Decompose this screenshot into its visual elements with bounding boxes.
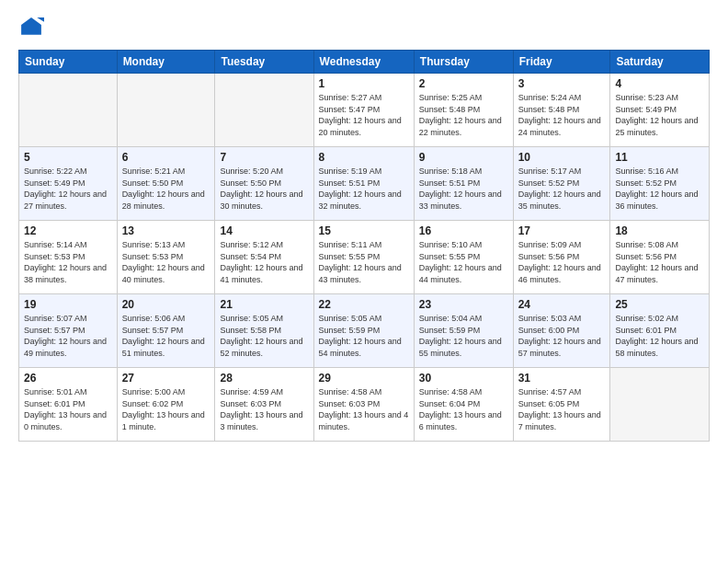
calendar-cell: 30Sunrise: 4:58 AM Sunset: 6:04 PM Dayli… bbox=[414, 368, 513, 442]
calendar-cell: 17Sunrise: 5:09 AM Sunset: 5:56 PM Dayli… bbox=[513, 221, 610, 294]
day-number: 22 bbox=[319, 298, 409, 311]
header bbox=[18, 15, 710, 40]
day-info: Sunrise: 5:14 AM Sunset: 5:53 PM Dayligh… bbox=[24, 239, 112, 285]
day-info: Sunrise: 5:05 AM Sunset: 5:58 PM Dayligh… bbox=[220, 313, 308, 359]
calendar-cell: 31Sunrise: 4:57 AM Sunset: 6:05 PM Dayli… bbox=[513, 368, 610, 442]
day-info: Sunrise: 5:23 AM Sunset: 5:49 PM Dayligh… bbox=[615, 92, 704, 138]
day-number: 6 bbox=[122, 151, 210, 164]
calendar-cell: 25Sunrise: 5:02 AM Sunset: 6:01 PM Dayli… bbox=[610, 294, 710, 368]
day-info: Sunrise: 5:19 AM Sunset: 5:51 PM Dayligh… bbox=[319, 166, 409, 212]
day-number: 18 bbox=[615, 224, 704, 237]
calendar-cell: 26Sunrise: 5:01 AM Sunset: 6:01 PM Dayli… bbox=[19, 368, 118, 442]
calendar-header-row: SundayMondayTuesdayWednesdayThursdayFrid… bbox=[19, 51, 710, 74]
day-info: Sunrise: 4:58 AM Sunset: 6:03 PM Dayligh… bbox=[319, 386, 409, 432]
day-header-thursday: Thursday bbox=[414, 51, 513, 74]
day-info: Sunrise: 5:16 AM Sunset: 5:52 PM Dayligh… bbox=[615, 166, 704, 212]
calendar-cell: 22Sunrise: 5:05 AM Sunset: 5:59 PM Dayli… bbox=[313, 294, 414, 368]
calendar-cell: 14Sunrise: 5:12 AM Sunset: 5:54 PM Dayli… bbox=[215, 221, 313, 294]
calendar-cell: 13Sunrise: 5:13 AM Sunset: 5:53 PM Dayli… bbox=[117, 221, 215, 294]
calendar-cell: 27Sunrise: 5:00 AM Sunset: 6:02 PM Dayli… bbox=[117, 368, 215, 442]
day-number: 13 bbox=[122, 224, 210, 237]
day-info: Sunrise: 5:20 AM Sunset: 5:50 PM Dayligh… bbox=[220, 166, 308, 212]
day-header-saturday: Saturday bbox=[610, 51, 710, 74]
calendar-cell bbox=[215, 74, 313, 147]
day-number: 27 bbox=[122, 372, 210, 385]
calendar-cell: 28Sunrise: 4:59 AM Sunset: 6:03 PM Dayli… bbox=[215, 368, 313, 442]
day-number: 26 bbox=[24, 372, 112, 385]
calendar-cell: 5Sunrise: 5:22 AM Sunset: 5:49 PM Daylig… bbox=[19, 147, 118, 221]
calendar-cell: 12Sunrise: 5:14 AM Sunset: 5:53 PM Dayli… bbox=[19, 221, 118, 294]
day-number: 2 bbox=[419, 77, 508, 90]
calendar-cell: 29Sunrise: 4:58 AM Sunset: 6:03 PM Dayli… bbox=[313, 368, 414, 442]
day-number: 15 bbox=[319, 224, 409, 237]
day-number: 29 bbox=[319, 372, 409, 385]
day-info: Sunrise: 5:09 AM Sunset: 5:56 PM Dayligh… bbox=[518, 239, 606, 285]
day-info: Sunrise: 5:25 AM Sunset: 5:48 PM Dayligh… bbox=[419, 92, 508, 138]
day-number: 7 bbox=[220, 151, 308, 164]
day-number: 24 bbox=[518, 298, 606, 311]
day-info: Sunrise: 4:59 AM Sunset: 6:03 PM Dayligh… bbox=[220, 386, 308, 432]
calendar-cell: 7Sunrise: 5:20 AM Sunset: 5:50 PM Daylig… bbox=[215, 147, 313, 221]
calendar-week-row: 12Sunrise: 5:14 AM Sunset: 5:53 PM Dayli… bbox=[19, 221, 710, 294]
day-number: 11 bbox=[615, 151, 704, 164]
calendar-cell: 21Sunrise: 5:05 AM Sunset: 5:58 PM Dayli… bbox=[215, 294, 313, 368]
day-info: Sunrise: 5:02 AM Sunset: 6:01 PM Dayligh… bbox=[615, 313, 704, 359]
day-header-monday: Monday bbox=[117, 51, 215, 74]
day-number: 23 bbox=[419, 298, 508, 311]
day-info: Sunrise: 5:08 AM Sunset: 5:56 PM Dayligh… bbox=[615, 239, 704, 285]
svg-marker-1 bbox=[37, 17, 44, 22]
day-header-tuesday: Tuesday bbox=[215, 51, 313, 74]
calendar-week-row: 1Sunrise: 5:27 AM Sunset: 5:47 PM Daylig… bbox=[19, 74, 710, 147]
calendar-cell bbox=[19, 74, 118, 147]
page: SundayMondayTuesdayWednesdayThursdayFrid… bbox=[0, 0, 728, 563]
day-info: Sunrise: 5:00 AM Sunset: 6:02 PM Dayligh… bbox=[122, 386, 210, 432]
day-number: 16 bbox=[419, 224, 508, 237]
day-number: 1 bbox=[319, 77, 409, 90]
day-info: Sunrise: 5:12 AM Sunset: 5:54 PM Dayligh… bbox=[220, 239, 308, 285]
day-info: Sunrise: 5:06 AM Sunset: 5:57 PM Dayligh… bbox=[122, 313, 210, 359]
day-info: Sunrise: 5:21 AM Sunset: 5:50 PM Dayligh… bbox=[122, 166, 210, 212]
calendar-cell: 23Sunrise: 5:04 AM Sunset: 5:59 PM Dayli… bbox=[414, 294, 513, 368]
day-number: 5 bbox=[24, 151, 112, 164]
calendar-cell: 8Sunrise: 5:19 AM Sunset: 5:51 PM Daylig… bbox=[313, 147, 414, 221]
day-info: Sunrise: 5:27 AM Sunset: 5:47 PM Dayligh… bbox=[319, 92, 409, 138]
day-info: Sunrise: 5:24 AM Sunset: 5:48 PM Dayligh… bbox=[518, 92, 606, 138]
day-number: 4 bbox=[615, 77, 704, 90]
day-info: Sunrise: 5:05 AM Sunset: 5:59 PM Dayligh… bbox=[319, 313, 409, 359]
calendar-cell: 11Sunrise: 5:16 AM Sunset: 5:52 PM Dayli… bbox=[610, 147, 710, 221]
calendar-cell: 9Sunrise: 5:18 AM Sunset: 5:51 PM Daylig… bbox=[414, 147, 513, 221]
day-number: 8 bbox=[319, 151, 409, 164]
day-header-wednesday: Wednesday bbox=[313, 51, 414, 74]
calendar-cell: 15Sunrise: 5:11 AM Sunset: 5:55 PM Dayli… bbox=[313, 221, 414, 294]
day-info: Sunrise: 5:04 AM Sunset: 5:59 PM Dayligh… bbox=[419, 313, 508, 359]
day-info: Sunrise: 4:58 AM Sunset: 6:04 PM Dayligh… bbox=[419, 386, 508, 432]
day-number: 3 bbox=[518, 77, 606, 90]
day-number: 21 bbox=[220, 298, 308, 311]
calendar-table: SundayMondayTuesdayWednesdayThursdayFrid… bbox=[18, 50, 710, 442]
calendar-cell: 24Sunrise: 5:03 AM Sunset: 6:00 PM Dayli… bbox=[513, 294, 610, 368]
calendar-cell: 18Sunrise: 5:08 AM Sunset: 5:56 PM Dayli… bbox=[610, 221, 710, 294]
calendar-cell: 20Sunrise: 5:06 AM Sunset: 5:57 PM Dayli… bbox=[117, 294, 215, 368]
calendar-week-row: 26Sunrise: 5:01 AM Sunset: 6:01 PM Dayli… bbox=[19, 368, 710, 442]
day-info: Sunrise: 5:22 AM Sunset: 5:49 PM Dayligh… bbox=[24, 166, 112, 212]
day-number: 12 bbox=[24, 224, 112, 237]
calendar-cell bbox=[610, 368, 710, 442]
calendar-cell: 6Sunrise: 5:21 AM Sunset: 5:50 PM Daylig… bbox=[117, 147, 215, 221]
day-info: Sunrise: 5:03 AM Sunset: 6:00 PM Dayligh… bbox=[518, 313, 606, 359]
day-info: Sunrise: 5:13 AM Sunset: 5:53 PM Dayligh… bbox=[122, 239, 210, 285]
day-header-sunday: Sunday bbox=[19, 51, 118, 74]
calendar-cell bbox=[117, 74, 215, 147]
calendar-cell: 19Sunrise: 5:07 AM Sunset: 5:57 PM Dayli… bbox=[19, 294, 118, 368]
day-info: Sunrise: 5:18 AM Sunset: 5:51 PM Dayligh… bbox=[419, 166, 508, 212]
logo-icon bbox=[18, 15, 44, 40]
calendar-cell: 4Sunrise: 5:23 AM Sunset: 5:49 PM Daylig… bbox=[610, 74, 710, 147]
day-number: 25 bbox=[615, 298, 704, 311]
day-number: 20 bbox=[122, 298, 210, 311]
day-info: Sunrise: 5:11 AM Sunset: 5:55 PM Dayligh… bbox=[319, 239, 409, 285]
day-number: 28 bbox=[220, 372, 308, 385]
day-number: 9 bbox=[419, 151, 508, 164]
day-info: Sunrise: 5:17 AM Sunset: 5:52 PM Dayligh… bbox=[518, 166, 606, 212]
svg-marker-0 bbox=[21, 17, 41, 35]
day-number: 19 bbox=[24, 298, 112, 311]
day-number: 10 bbox=[518, 151, 606, 164]
